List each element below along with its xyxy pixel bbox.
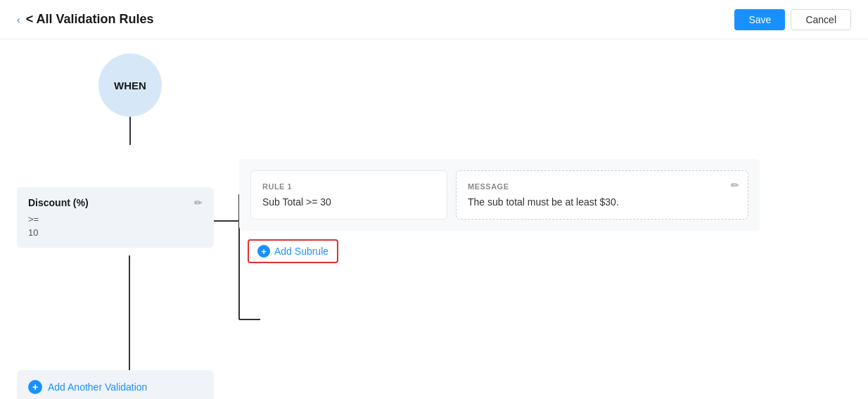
discount-edit-icon[interactable]: ✏ xyxy=(194,197,203,208)
message-text-1: The sub total must be at least $30. xyxy=(468,196,736,208)
message-box-1: MESSAGE The sub total must be at least $… xyxy=(456,170,748,220)
discount-card-title: Discount (%) xyxy=(28,197,89,208)
add-validation-plus-icon: + xyxy=(28,380,42,394)
page-title: < All Validation Rules xyxy=(26,12,154,27)
add-subrule-plus-icon: + xyxy=(257,245,270,258)
discount-card-header: Discount (%) ✏ xyxy=(28,197,203,208)
discount-card: Discount (%) ✏ >= 10 xyxy=(17,187,214,248)
header: ‹ < All Validation Rules Save Cancel xyxy=(0,0,868,39)
when-node: WHEN xyxy=(98,53,162,145)
save-button[interactable]: Save xyxy=(734,9,785,30)
rule-row-1: RULE 1 Sub Total >= 30 MESSAGE The sub t… xyxy=(239,159,760,231)
discount-value: 10 xyxy=(28,227,203,238)
back-icon[interactable]: ‹ xyxy=(17,14,20,25)
add-another-validation-button[interactable]: + Add Another Validation xyxy=(17,370,214,399)
rule-label-1: RULE 1 xyxy=(262,182,435,191)
cancel-button[interactable]: Cancel xyxy=(791,9,851,30)
rules-section: RULE 1 Sub Total >= 30 MESSAGE The sub t… xyxy=(239,159,760,263)
message-label-1: MESSAGE xyxy=(468,182,736,191)
rule-box-1: RULE 1 Sub Total >= 30 xyxy=(250,170,447,220)
discount-operator: >= xyxy=(28,214,203,224)
when-vertical-line xyxy=(129,117,131,145)
header-actions: Save Cancel xyxy=(734,9,851,30)
add-subrule-label: Add Subrule xyxy=(274,246,328,257)
rule-expression-1: Sub Total >= 30 xyxy=(262,196,435,208)
add-subrule-button[interactable]: + Add Subrule xyxy=(248,239,338,263)
add-validation-label: Add Another Validation xyxy=(48,381,147,393)
header-left: ‹ < All Validation Rules xyxy=(17,12,154,27)
when-circle: WHEN xyxy=(98,53,162,117)
message-edit-icon[interactable]: ✏ xyxy=(731,179,739,191)
main-content: WHEN Discount (%) ✏ >= 10 RULE 1 Su xyxy=(0,39,868,399)
